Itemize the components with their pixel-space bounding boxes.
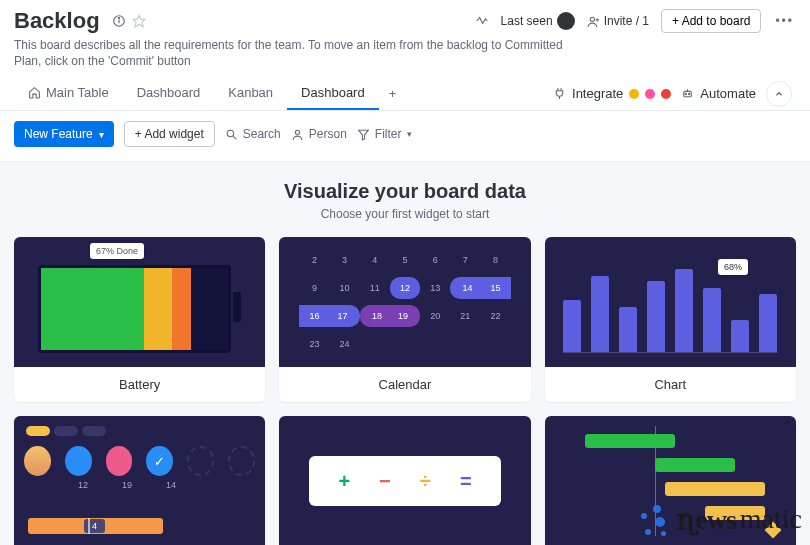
workload-counts: 12 19 14 — [26, 480, 184, 490]
numbers-ops: + − ÷ = — [309, 456, 500, 506]
widget-card-workload[interactable]: ✓ 12 19 14 4 Workload — [14, 416, 265, 545]
invite-button[interactable]: Invite / 1 — [587, 14, 649, 28]
last-seen[interactable]: Last seen — [501, 12, 575, 30]
hero-subtitle: Choose your first widget to start — [14, 207, 796, 221]
svg-line-12 — [233, 136, 236, 139]
integration-dot-icon — [629, 89, 639, 99]
chevron-up-icon — [774, 89, 784, 99]
gantt-bar — [705, 506, 765, 520]
widget-card-calendar[interactable]: 2345678 9101112131415 16171819202122 232… — [279, 237, 530, 402]
svg-marker-3 — [133, 15, 145, 27]
collapse-header-button[interactable] — [766, 81, 792, 107]
home-icon — [28, 86, 41, 99]
person-icon — [291, 128, 304, 141]
widget-label: Calendar — [279, 367, 530, 402]
widget-card-chart[interactable]: 68% Chart — [545, 237, 796, 402]
board-description: This board describes all the requirement… — [0, 36, 600, 77]
svg-point-4 — [590, 17, 594, 21]
tab-main-table[interactable]: Main Table — [14, 77, 123, 110]
tab-kanban[interactable]: Kanban — [214, 77, 287, 110]
filter-button[interactable]: Filter ▾ — [357, 127, 412, 141]
last-seen-label: Last seen — [501, 14, 553, 28]
tab-dashboard-1[interactable]: Dashboard — [123, 77, 215, 110]
integrate-button[interactable]: Integrate — [553, 86, 671, 101]
check-icon: ✓ — [146, 446, 173, 476]
automate-button[interactable]: Automate — [681, 86, 756, 101]
add-widget-button[interactable]: + Add widget — [124, 121, 215, 147]
gantt-bar — [585, 434, 675, 448]
add-tab-button[interactable]: + — [379, 80, 407, 107]
activity-icon[interactable] — [475, 14, 489, 28]
milestone-icon — [764, 522, 781, 539]
board-title: Backlog — [14, 8, 100, 34]
plus-icon: + — [338, 470, 350, 493]
chevron-down-icon: ▾ — [407, 129, 412, 139]
gmail-icon — [661, 89, 671, 99]
divide-icon: ÷ — [420, 470, 431, 493]
tab-dashboard-active[interactable]: Dashboard — [287, 77, 379, 110]
gantt-bar — [665, 482, 765, 496]
filter-icon — [357, 128, 370, 141]
new-feature-button[interactable]: New Feature ▾ — [14, 121, 114, 147]
widget-label: Battery — [14, 367, 265, 402]
widget-card-battery[interactable]: 67% Done Battery — [14, 237, 265, 402]
battery-icon — [38, 265, 231, 353]
favorite-star-icon[interactable] — [132, 14, 146, 28]
more-menu-icon[interactable]: ••• — [773, 14, 796, 28]
svg-marker-14 — [358, 130, 368, 140]
widget-card-gantt[interactable]: Gantt — [545, 416, 796, 545]
minus-icon: − — [379, 470, 391, 493]
add-to-board-button[interactable]: + Add to board — [661, 9, 761, 33]
workload-bar: 4 — [28, 518, 163, 534]
battery-tooltip: 67% Done — [90, 243, 144, 259]
robot-icon — [681, 87, 694, 100]
avatar — [557, 12, 575, 30]
integration-dot-icon — [645, 89, 655, 99]
widget-label: Chart — [545, 367, 796, 402]
bar-chart — [563, 257, 778, 353]
svg-point-13 — [295, 130, 299, 134]
plug-icon — [553, 87, 566, 100]
workload-avatars: ✓ — [24, 446, 255, 476]
chevron-down-icon: ▾ — [99, 129, 104, 140]
search-icon — [225, 128, 238, 141]
person-filter-button[interactable]: Person — [291, 127, 347, 141]
avatar — [24, 446, 51, 476]
workload-pills — [26, 426, 106, 436]
info-icon[interactable] — [112, 14, 126, 28]
gantt-bar — [655, 458, 735, 472]
svg-point-2 — [118, 18, 119, 19]
equals-icon: = — [460, 470, 472, 493]
svg-point-11 — [227, 130, 234, 137]
calendar-grid: 2345678 9101112131415 16171819202122 232… — [299, 249, 510, 355]
hero-title: Visualize your board data — [14, 180, 796, 203]
svg-point-8 — [686, 94, 687, 95]
search-button[interactable]: Search — [225, 127, 281, 141]
widget-card-numbers[interactable]: + − ÷ = Numbers — [279, 416, 530, 545]
svg-point-9 — [689, 94, 690, 95]
